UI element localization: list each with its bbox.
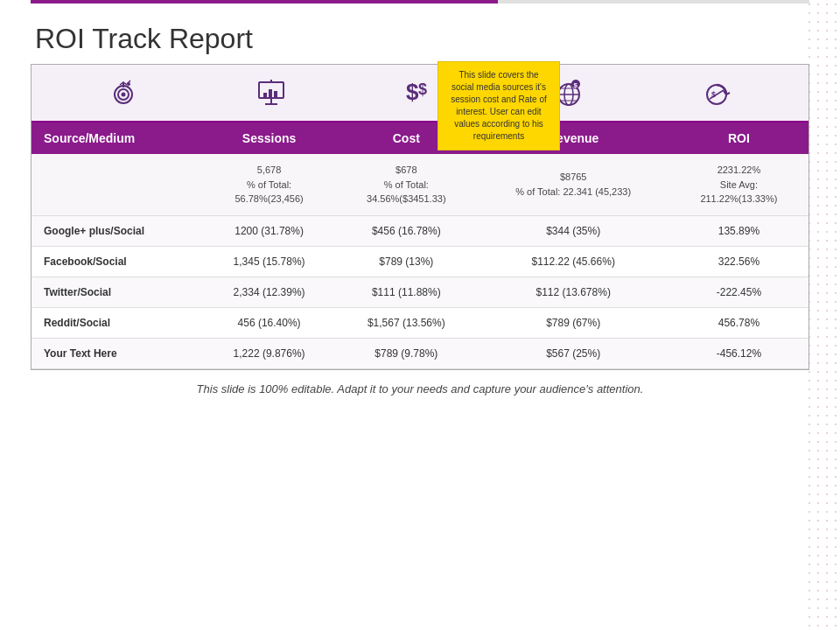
table-summary-row: 5,678% of Total:56.78%(23,456) $678% of … (32, 154, 808, 215)
row-cost: $789 (13%) (335, 246, 478, 276)
footer-text: This slide is 100% editable. Adapt it to… (0, 370, 840, 408)
row-roi: 135.89% (669, 215, 808, 246)
svg-text:$: $ (418, 80, 427, 98)
svg-rect-11 (263, 93, 267, 97)
row-roi: 322.56% (669, 246, 808, 276)
data-table: Source/Medium Sessions Cost Revenue ROI … (32, 122, 808, 369)
presentation-icon (254, 75, 289, 110)
target-icon (106, 75, 141, 110)
main-container: $ $ $ $ (31, 64, 809, 370)
row-sessions: 1,222 (9.876%) (203, 338, 335, 368)
row-roi: -456.12% (669, 338, 808, 368)
row-sessions: 2,334 (12.39%) (203, 276, 335, 307)
svg-rect-12 (269, 89, 272, 97)
row-cost: $456 (16.78%) (335, 215, 478, 246)
icons-row: $ $ $ $ (32, 65, 808, 122)
summary-revenue: $8765% of Total: 22.341 (45,233) (478, 154, 669, 215)
table-row: Google+ plus/Social 1200 (31.78%) $456 (… (32, 215, 808, 246)
refresh-icon: $ (699, 75, 734, 110)
svg-point-2 (121, 93, 125, 97)
dollar-icon: $ $ (402, 75, 438, 110)
table-row: Twitter/Social 2,334 (12.39%) $111 (11.8… (32, 276, 808, 307)
summary-sessions: 5,678% of Total:56.78%(23,456) (203, 154, 335, 215)
row-revenue: $567 (25%) (478, 338, 669, 368)
row-source: Google+ plus/Social (32, 215, 203, 246)
row-cost: $789 (9.78%) (335, 338, 478, 368)
row-sessions: 1200 (31.78%) (203, 215, 335, 246)
col-header-sessions: Sessions (203, 122, 335, 154)
table-row: Your Text Here 1,222 (9.876%) $789 (9.78… (32, 338, 808, 368)
summary-source (32, 154, 203, 215)
row-revenue: $112.22 (45.66%) (478, 246, 669, 276)
row-source: Twitter/Social (32, 276, 203, 307)
row-source: Facebook/Social (32, 246, 203, 276)
table-row: Facebook/Social 1,345 (15.78%) $789 (13%… (32, 246, 808, 276)
row-roi: -222.45% (669, 276, 808, 307)
row-source: Reddit/Social (32, 307, 203, 338)
summary-cost: $678% of Total:34.56%($3451.33) (335, 154, 478, 215)
tooltip-box: This slide covers the social media sourc… (438, 61, 560, 150)
row-revenue: $789 (67%) (478, 307, 669, 338)
presentation-icon-cell (245, 75, 298, 110)
target-icon-cell (97, 75, 150, 110)
tooltip-text: This slide covers the social media sourc… (451, 70, 547, 141)
svg-text:$: $ (573, 81, 578, 89)
row-source: Your Text Here (32, 338, 203, 368)
table-row: Reddit/Social 456 (16.40%) $1,567 (13.56… (32, 307, 808, 338)
page-title: ROI Track Report (0, 5, 840, 64)
col-header-source: Source/Medium (32, 122, 203, 154)
row-revenue: $344 (35%) (478, 215, 669, 246)
row-roi: 456.78% (669, 307, 808, 338)
row-revenue: $112 (13.678%) (478, 276, 669, 307)
summary-roi: 2231.22%Site Avg:211.22%(13.33%) (669, 154, 808, 215)
col-header-roi: ROI (669, 122, 808, 154)
top-accent-line (31, 0, 809, 4)
row-sessions: 456 (16.40%) (203, 307, 335, 338)
refresh-icon-cell: $ (690, 75, 743, 110)
row-sessions: 1,345 (15.78%) (203, 246, 335, 276)
row-cost: $111 (11.88%) (335, 276, 478, 307)
row-cost: $1,567 (13.56%) (335, 307, 478, 338)
table-header-row: Source/Medium Sessions Cost Revenue ROI (32, 122, 808, 154)
svg-rect-13 (274, 91, 277, 97)
svg-text:$: $ (406, 79, 419, 105)
dot-pattern-decoration (805, 0, 840, 630)
